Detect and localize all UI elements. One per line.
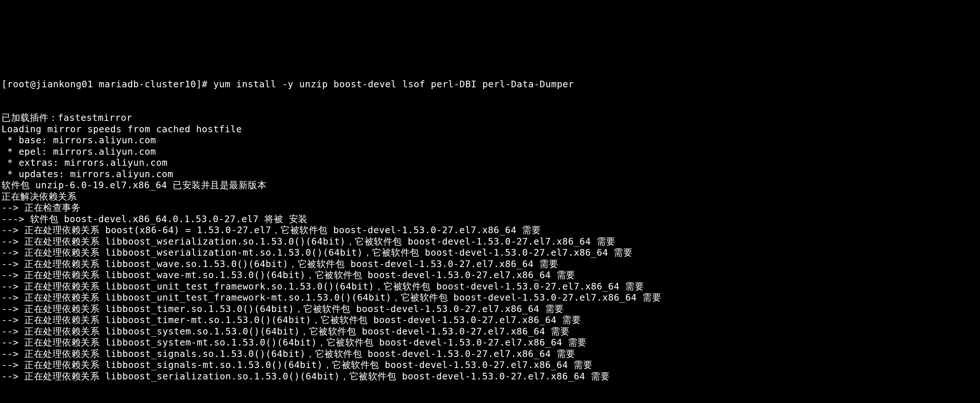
output-line: --> 正在处理依赖关系 libboost_serialization.so.1… — [2, 371, 978, 382]
output-line: * epel: mirrors.aliyun.com — [2, 146, 978, 158]
output-line: --> 正在处理依赖关系 libboost_signals-mt.so.1.53… — [2, 360, 978, 371]
shell-command: yum install -y unzip boost-devel lsof pe… — [213, 79, 574, 89]
output-line: --> 正在处理依赖关系 libboost_wave.so.1.53.0()(6… — [2, 259, 978, 270]
output-line: 正在解决依赖关系 — [2, 191, 978, 202]
output-line: * extras: mirrors.aliyun.com — [2, 157, 978, 169]
output-line: --> 正在处理依赖关系 libboost_timer-mt.so.1.53.0… — [2, 315, 978, 326]
output-line: --> 正在处理依赖关系 libboost_unit_test_framewor… — [2, 281, 978, 293]
output-line: --> 正在处理依赖关系 libboost_timer.so.1.53.0()(… — [2, 304, 978, 315]
output-line: --> 正在检查事务 — [2, 202, 978, 213]
output-line: --> 正在处理依赖关系 boost(x86-64) = 1.53.0-27.e… — [2, 225, 978, 236]
output-line: --> 正在处理依赖关系 libboost_wserialization.so.… — [2, 236, 978, 248]
output-line: * updates: mirrors.aliyun.com — [2, 169, 978, 180]
output-line: --> 正在处理依赖关系 libboost_system.so.1.53.0()… — [2, 326, 978, 338]
output-line: --> 正在处理依赖关系 libboost_signals.so.1.53.0(… — [2, 349, 978, 360]
output-line: ---> 软件包 boost-devel.x86_64.0.1.53.0-27.… — [2, 213, 978, 225]
output-line: 软件包 unzip-6.0-19.el7.x86_64 已安装并且是最新版本 — [2, 180, 978, 191]
output-line: --> 正在处理依赖关系 libboost_wserialization-mt.… — [2, 247, 978, 259]
terminal[interactable]: [root@jiankong01 mariadb-cluster10]# yum… — [0, 56, 980, 395]
output-line: --> 正在处理依赖关系 libboost_wave-mt.so.1.53.0(… — [2, 270, 978, 281]
output-line: --> 正在处理依赖关系 libboost_unit_test_framewor… — [2, 292, 978, 304]
output-line: 已加载插件：fastestmirror — [2, 112, 978, 124]
terminal-output: 已加载插件：fastestmirrorLoading mirror speeds… — [2, 112, 978, 382]
shell-prompt: [root@jiankong01 mariadb-cluster10]# — [2, 79, 213, 89]
output-line: * base: mirrors.aliyun.com — [2, 135, 978, 146]
output-line: --> 正在处理依赖关系 libboost_system-mt.so.1.53.… — [2, 337, 978, 349]
prompt-line: [root@jiankong01 mariadb-cluster10]# yum… — [2, 79, 978, 90]
output-line: Loading mirror speeds from cached hostfi… — [2, 124, 978, 135]
